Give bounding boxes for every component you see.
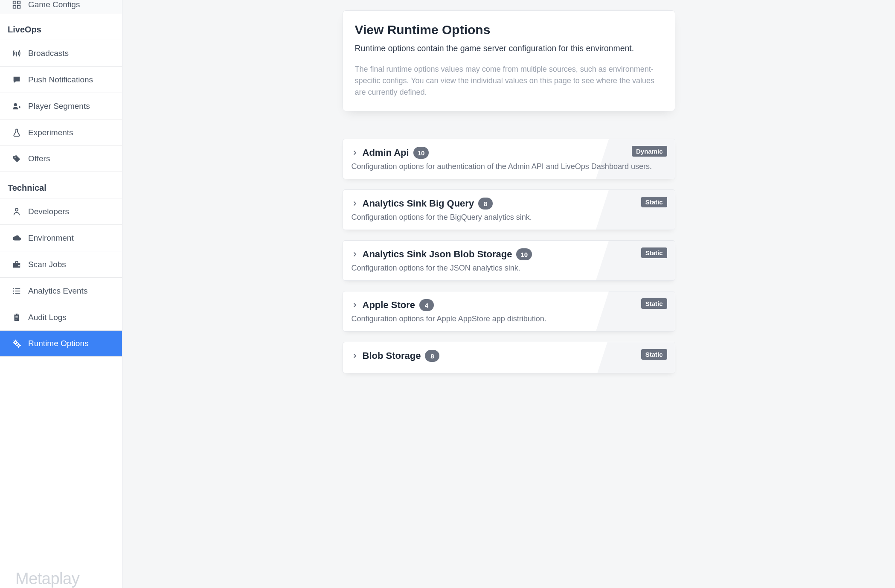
- page-title: View Runtime Options: [355, 23, 663, 37]
- option-card-analytics-sink-big-query[interactable]: Static Analytics Sink Big Query 8 Config…: [343, 189, 675, 230]
- sidebar-item-push-notifications[interactable]: Push Notifications: [0, 66, 122, 93]
- option-header-row: Analytics Sink Json Blob Storage 10: [352, 248, 666, 260]
- sidebar-item-label: Audit Logs: [28, 313, 67, 322]
- sidebar-item-developers[interactable]: Developers: [0, 198, 122, 224]
- sidebar-item-label: Offers: [28, 154, 50, 163]
- sidebar-item-player-segments[interactable]: Player Segments: [0, 93, 122, 119]
- antenna-icon: [12, 49, 21, 58]
- chevron-right-icon: [352, 352, 358, 359]
- option-count-badge: 8: [478, 198, 493, 210]
- option-description: Configuration options for Apple AppStore…: [352, 314, 666, 323]
- comment-icon: [12, 75, 21, 84]
- option-description: Configuration options for authentication…: [352, 162, 666, 171]
- list-icon: [12, 286, 21, 296]
- sidebar-item-label: Push Notifications: [28, 75, 93, 84]
- option-header-row: Blob Storage 8: [352, 350, 666, 362]
- option-count-badge: 10: [516, 248, 532, 260]
- sidebar-item-label: Developers: [28, 207, 69, 216]
- option-title: Analytics Sink Big Query: [363, 198, 474, 209]
- option-tag: Dynamic: [632, 146, 667, 157]
- sidebar-item-environment[interactable]: Environment: [0, 224, 122, 251]
- option-card-apple-store[interactable]: Static Apple Store 4 Configuration optio…: [343, 291, 675, 332]
- option-card-admin-api[interactable]: Dynamic Admin Api 10 Configuration optio…: [343, 139, 675, 179]
- sidebar-section-header: Technical: [0, 172, 122, 198]
- sidebar-item-runtime-options[interactable]: Runtime Options: [0, 330, 122, 357]
- option-title: Admin Api: [363, 147, 409, 158]
- option-description: Configuration options for the JSON analy…: [352, 264, 666, 273]
- sidebar-item-scan-jobs[interactable]: Scan Jobs: [0, 251, 122, 277]
- chevron-right-icon: [352, 302, 358, 309]
- option-count-badge: 10: [413, 147, 429, 159]
- option-tag: Static: [641, 298, 667, 309]
- sidebar-item-label: Scan Jobs: [28, 260, 66, 269]
- option-title: Blob Storage: [363, 350, 421, 361]
- chevron-right-icon: [352, 251, 358, 258]
- sidebar-section-header: LiveOps: [0, 14, 122, 40]
- brand-logo: Metaplay: [0, 561, 122, 588]
- flask-icon: [12, 128, 21, 137]
- sidebar-item-experiments[interactable]: Experiments: [0, 119, 122, 146]
- sidebar-item-broadcasts[interactable]: Broadcasts: [0, 40, 122, 66]
- grid-icon: [12, 0, 21, 9]
- option-header-row: Apple Store 4: [352, 299, 666, 311]
- chevron-right-icon: [352, 200, 358, 207]
- sidebar-item-label: Environment: [28, 233, 74, 243]
- briefcase-icon: [12, 260, 21, 269]
- option-count-badge: 4: [419, 299, 434, 311]
- sidebar-item-label: Experiments: [28, 128, 73, 137]
- sidebar-item-label: Runtime Options: [28, 339, 89, 348]
- option-header-row: Analytics Sink Big Query 8: [352, 198, 666, 210]
- main-content: View Runtime Options Runtime options con…: [122, 0, 895, 588]
- sidebar-item-analytics-events[interactable]: Analytics Events: [0, 277, 122, 304]
- intro-detail: The final runtime options values may com…: [355, 64, 663, 98]
- sidebar-item-offers[interactable]: Offers: [0, 146, 122, 172]
- sidebar-item-label: Player Segments: [28, 102, 90, 111]
- option-card-blob-storage[interactable]: Static Blob Storage 8: [343, 342, 675, 373]
- cloud-icon: [12, 233, 21, 243]
- intro-card: View Runtime Options Runtime options con…: [343, 10, 675, 111]
- sidebar-item-game-configs[interactable]: Game Configs: [0, 0, 122, 14]
- option-title: Analytics Sink Json Blob Storage: [363, 249, 512, 260]
- person-icon: [12, 207, 21, 216]
- tags-icon: [12, 154, 21, 163]
- sidebar-item-label: Analytics Events: [28, 286, 87, 296]
- chevron-right-icon: [352, 149, 358, 156]
- clipboard-icon: [12, 313, 21, 322]
- sidebar-item-audit-logs[interactable]: Audit Logs: [0, 304, 122, 330]
- option-header-row: Admin Api 10: [352, 147, 666, 159]
- gears-icon: [12, 339, 21, 348]
- option-card-analytics-sink-json-blob-storage[interactable]: Static Analytics Sink Json Blob Storage …: [343, 240, 675, 281]
- intro-lead: Runtime options contain the game server …: [355, 42, 663, 54]
- option-tag: Static: [641, 247, 667, 258]
- option-tag: Static: [641, 349, 667, 360]
- sidebar: Game ConfigsLiveOpsBroadcastsPush Notifi…: [0, 0, 122, 588]
- sidebar-item-label: Game Configs: [28, 0, 80, 9]
- option-title: Apple Store: [363, 300, 415, 311]
- option-count-badge: 8: [425, 350, 439, 362]
- sidebar-item-label: Broadcasts: [28, 49, 69, 58]
- option-description: Configuration options for the BigQuery a…: [352, 213, 666, 222]
- users-icon: [12, 102, 21, 111]
- option-tag: Static: [641, 197, 667, 207]
